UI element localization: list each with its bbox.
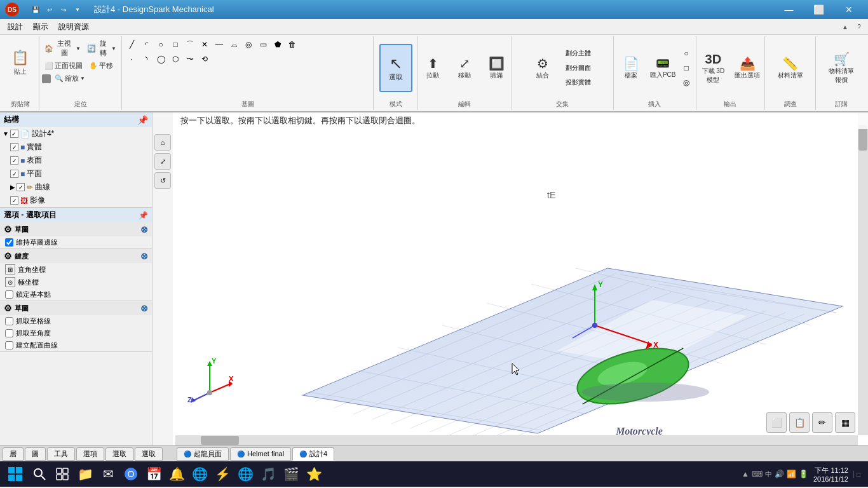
split-solid-btn[interactable]: 劃分主體 bbox=[559, 46, 597, 60]
project-solid-btn[interactable]: 投影實體 bbox=[559, 76, 597, 90]
taskbar-sketchup-btn[interactable]: 🔔 bbox=[165, 463, 188, 485]
taskbar-task-view-btn[interactable] bbox=[51, 463, 74, 485]
select-mode-btn[interactable]: ↖ 選取 bbox=[379, 44, 412, 92]
windows-start-btn[interactable] bbox=[3, 461, 28, 487]
taskbar-arrow-btn[interactable]: ⚡ bbox=[211, 463, 234, 485]
file-btn[interactable]: 📄 檔案 bbox=[616, 44, 646, 92]
pan-btn[interactable]: ✋ 平移 bbox=[86, 60, 116, 72]
viewport[interactable]: 按一下以選取。按兩下以選取相切鍵。再按兩下以選取閉合迴圈。 ⌂ ⤢ ↺ bbox=[153, 112, 868, 445]
fill-btn[interactable]: ⬟ bbox=[271, 37, 285, 51]
delete-btn[interactable]: ✕ bbox=[198, 37, 212, 51]
save-quick-btn[interactable]: 💾 bbox=[29, 3, 42, 16]
sketch2-collapse-btn[interactable]: ⊗ bbox=[140, 303, 148, 313]
fill-edit-btn[interactable]: 🔲 填滿 bbox=[481, 44, 512, 92]
vp-btn-4[interactable]: ▦ bbox=[835, 412, 855, 433]
snap-angle-check[interactable] bbox=[5, 329, 13, 337]
taskbar-chrome-btn[interactable] bbox=[119, 463, 142, 485]
line2-btn[interactable]: — bbox=[212, 37, 226, 51]
arc-btn[interactable]: ◜ bbox=[139, 37, 153, 51]
tab-select[interactable]: 選取 bbox=[105, 447, 133, 461]
split-face-btn[interactable]: 劃分圖面 bbox=[559, 61, 597, 75]
scrollbar-right[interactable] bbox=[858, 112, 868, 435]
tree-item-solid[interactable]: ✓ ■ 實體 bbox=[0, 140, 152, 154]
tray-battery-icon[interactable]: 🔋 bbox=[799, 470, 808, 479]
tree-item-design[interactable]: ▼ ✓ 📄 設計4* bbox=[0, 127, 152, 140]
create-layout-check[interactable] bbox=[5, 341, 13, 349]
surface-checkbox[interactable]: ✓ bbox=[10, 156, 18, 165]
nav-fit-btn[interactable]: ⤢ bbox=[154, 153, 171, 170]
tree-item-plane[interactable]: ✓ ■ 平面 bbox=[0, 167, 152, 180]
tray-keyboard-icon[interactable]: ⌨ bbox=[752, 470, 763, 479]
tray-lang-icon[interactable]: 中 bbox=[765, 470, 772, 479]
solid-checkbox[interactable]: ✓ bbox=[10, 143, 18, 151]
taskbar-files-btn[interactable]: 📁 bbox=[74, 463, 97, 485]
scrollbar-bottom[interactable] bbox=[175, 435, 858, 445]
point-btn[interactable]: · bbox=[125, 52, 139, 66]
sphere-btn[interactable]: ○ bbox=[679, 46, 693, 60]
menu-help[interactable]: 說明資源 bbox=[53, 20, 94, 34]
sketch-collapse-btn[interactable]: ⊗ bbox=[140, 224, 148, 234]
move-btn[interactable]: ⟲ bbox=[198, 52, 212, 66]
close-btn[interactable]: ✕ bbox=[834, 0, 863, 19]
order-btn[interactable]: 🛒 物料清單報價 bbox=[825, 44, 858, 92]
polyline-btn[interactable]: ⌒ bbox=[183, 37, 197, 51]
export-selection-btn[interactable]: 📤 匯出選項 bbox=[731, 44, 764, 92]
cube-btn[interactable]: □ bbox=[679, 61, 693, 75]
curve-checkbox[interactable]: ✓ bbox=[17, 183, 25, 191]
ribbon-expand-btn[interactable]: ▲ bbox=[839, 20, 851, 33]
maximize-btn[interactable]: ⬜ bbox=[804, 0, 833, 19]
tray-volume-icon[interactable]: 🔊 bbox=[775, 470, 784, 479]
minimize-btn[interactable]: — bbox=[775, 0, 803, 19]
tree-item-image[interactable]: ✓ 🖼 影像 bbox=[0, 194, 152, 207]
undo-quick-btn[interactable]: ↩ bbox=[43, 3, 56, 16]
pin-icon[interactable]: 📌 bbox=[137, 115, 148, 125]
tray-up-icon[interactable]: ▲ bbox=[742, 470, 749, 479]
viewport-canvas[interactable]: Y X Motorcycle Helmet Book Ready Station… bbox=[175, 128, 858, 435]
taskbar-ds-btn[interactable]: ⭐ bbox=[302, 463, 325, 485]
paste-btn[interactable]: 📋 貼上 bbox=[4, 37, 37, 88]
circle-btn[interactable]: ○ bbox=[154, 37, 168, 51]
front-view-btn[interactable]: ⬜ 正面視圖 bbox=[42, 60, 85, 72]
survey-btn[interactable]: 📏 材料清單 bbox=[774, 44, 807, 92]
line-btn[interactable]: ╱ bbox=[125, 37, 139, 51]
options-pin-icon[interactable]: 📌 bbox=[139, 211, 148, 220]
circle2-btn[interactable]: ◎ bbox=[241, 37, 255, 51]
redo-quick-btn[interactable]: ↪ bbox=[57, 3, 70, 16]
taskbar-mail-btn[interactable]: ✉ bbox=[97, 463, 119, 485]
vp-btn-1[interactable]: ⬜ bbox=[766, 412, 787, 433]
taskbar-star-btn[interactable]: 🌐 bbox=[234, 463, 257, 485]
tab-helmet-final[interactable]: 🔵 Helmet final bbox=[230, 447, 291, 461]
help-btn[interactable]: ? bbox=[853, 20, 865, 33]
arc2-btn[interactable]: ◝ bbox=[139, 52, 153, 66]
plane-checkbox[interactable]: ✓ bbox=[10, 170, 18, 178]
tab-helmet-front[interactable]: 🔵 起龍員面 bbox=[177, 447, 229, 461]
tab-layer[interactable]: 層 bbox=[3, 447, 24, 461]
taskbar-search-btn[interactable] bbox=[28, 463, 51, 485]
tree-item-curve[interactable]: ▶ ✓ ✏ 曲線 bbox=[0, 180, 152, 194]
del2-btn[interactable]: 🗑 bbox=[285, 37, 299, 51]
scrollbar-thumb-bottom[interactable] bbox=[201, 436, 239, 445]
import-pcb-btn[interactable]: 📟 匯入PCB bbox=[648, 44, 678, 92]
sketch-check-1[interactable] bbox=[5, 238, 13, 247]
move-edit-btn[interactable]: ⤢ 移動 bbox=[449, 44, 480, 92]
home-view-btn[interactable]: 🏠 主視圖 ▼ bbox=[42, 37, 83, 59]
snap-grid-check[interactable] bbox=[5, 317, 13, 325]
curve-btn[interactable]: ⌓ bbox=[227, 37, 241, 51]
cylinder-btn[interactable]: ◎ bbox=[679, 76, 693, 90]
rect-btn[interactable]: □ bbox=[168, 37, 182, 51]
pull-btn[interactable]: ⬆ 拉動 bbox=[417, 44, 448, 92]
tray-network-icon[interactable]: 📶 bbox=[787, 470, 796, 479]
tab-select2[interactable]: 選取 bbox=[135, 447, 163, 461]
design-checkbox[interactable]: ✓ bbox=[10, 130, 18, 138]
taskbar-ie-btn[interactable]: 🌐 bbox=[188, 463, 211, 485]
download-3d-btn[interactable]: 3D 下載 3D 模型 bbox=[696, 44, 729, 92]
vp-btn-3[interactable]: ✏ bbox=[812, 412, 832, 433]
system-clock[interactable]: 下午 11:12 2016/11/12 bbox=[813, 466, 848, 483]
nav-rotate-btn[interactable]: ↺ bbox=[154, 172, 171, 189]
zoom-btn[interactable]: 🔍 縮放 ▼ bbox=[52, 72, 88, 85]
ellipse-btn[interactable]: ◯ bbox=[154, 52, 168, 66]
tab-drawing[interactable]: 圖 bbox=[25, 447, 46, 461]
combine-btn[interactable]: ⚙ 結合 bbox=[527, 44, 558, 92]
taskbar-media-btn[interactable]: 🎬 bbox=[280, 463, 302, 485]
tab-design4[interactable]: 🔵 設計4 bbox=[292, 447, 334, 461]
